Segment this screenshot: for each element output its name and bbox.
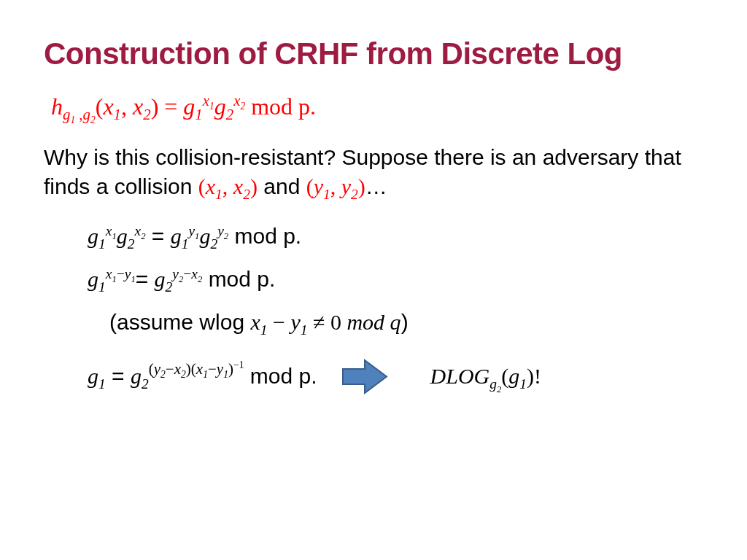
hash-definition: hg1 ,g2(x1, x2) = g1x1g2x2 mod p.	[51, 93, 703, 121]
slide-container: Construction of CRHF from Discrete Log h…	[0, 0, 747, 426]
assumption-text: (assume wlog x1 − y1 ≠ 0 mod q)	[109, 310, 703, 335]
slide-title: Construction of CRHF from Discrete Log	[44, 36, 703, 71]
implies-arrow-icon	[339, 357, 390, 397]
explanation-text: Why is this collision-resistant? Suppose…	[44, 143, 703, 202]
equation-dlog-solution: g1 = g2(y2−x2)(x1−y1)−1 mod p.	[88, 364, 317, 389]
equation-collision: g1x1g2x2 = g1y1g2y2 mod p.	[88, 224, 703, 249]
dlog-result: DLOGg2(g1)!	[430, 364, 542, 389]
conclusion-row: g1 = g2(y2−x2)(x1−y1)−1 mod p. DLOGg2(g1…	[88, 357, 703, 397]
equation-rearranged: g1x1−y1= g2y2−x2 mod p.	[88, 267, 703, 292]
